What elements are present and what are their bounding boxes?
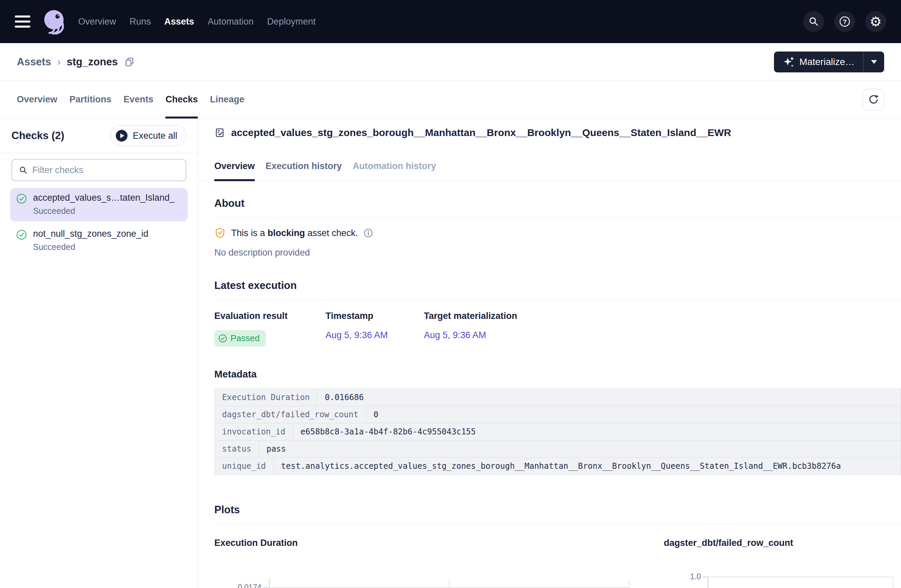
execute-all-button[interactable]: Execute all: [110, 125, 186, 146]
about-divider: [214, 218, 901, 218]
sparkles-icon: [783, 56, 795, 68]
refresh-icon: [868, 94, 879, 105]
gridline: [629, 579, 630, 588]
metadata-value: 0: [366, 406, 386, 423]
y-tick: [703, 577, 708, 577]
refresh-button[interactable]: [863, 89, 884, 110]
nav-item-assets[interactable]: Assets: [164, 17, 195, 27]
check-list-item-accepted-values[interactable]: accepted_values_s…taten_Island_ Succeede…: [10, 188, 188, 221]
check-detail-tabs: Overview Execution history Automation hi…: [198, 161, 901, 181]
target-materialization-link[interactable]: Aug 5, 9:36 AM: [424, 330, 486, 341]
success-check-icon: [16, 193, 27, 216]
plot-title: dagster_dbt/failed_row_count: [664, 538, 901, 548]
asset-header-row: Assets › stg_zones Materialize…: [0, 43, 901, 81]
tab-checks[interactable]: Checks: [165, 81, 198, 118]
check-tab-execution-history[interactable]: Execution history: [265, 161, 342, 181]
shield-check-icon: [214, 227, 226, 239]
metadata-key: Execution Duration: [215, 389, 317, 406]
breadcrumb-separator: ›: [57, 56, 61, 68]
check-detail-panel: accepted_values_stg_zones_borough__Manha…: [198, 118, 901, 588]
svg-text:?: ?: [843, 18, 847, 25]
filter-search-icon: [19, 165, 28, 175]
checks-panel-header: Checks (2) Execute all: [0, 118, 198, 153]
check-tab-overview[interactable]: Overview: [214, 161, 255, 181]
filter-box: [11, 159, 186, 181]
metadata-key: status: [215, 440, 259, 457]
plots-row: Execution Duration 0.0174 dagster_dbt/fa…: [214, 538, 901, 588]
check-list: accepted_values_s…taten_Island_ Succeede…: [0, 181, 198, 257]
metadata-value: test.analytics.accepted_values_stg_zones…: [274, 458, 848, 474]
check-name-title: accepted_values_stg_zones_borough__Manha…: [231, 127, 731, 138]
check-title-row: accepted_values_stg_zones_borough__Manha…: [214, 123, 901, 142]
blocking-info-button[interactable]: [363, 228, 373, 238]
gridline: [893, 577, 893, 588]
latest-execution-heading: Latest execution: [214, 280, 901, 292]
latest-execution-grid: Evaluation result Passed Timestamp: [214, 311, 901, 347]
help-button[interactable]: ?: [834, 11, 855, 32]
nav-right-actions: ? ⚙: [803, 11, 886, 32]
tab-lineage[interactable]: Lineage: [210, 81, 244, 118]
help-icon: ?: [839, 16, 851, 28]
filter-checks-input[interactable]: [32, 165, 179, 176]
table-row: unique_id test.analytics.accepted_values…: [215, 457, 901, 474]
gear-icon: ⚙: [870, 15, 882, 28]
content-split: Checks (2) Execute all: [0, 118, 901, 588]
asset-tabs: Overview Partitions Events Checks Lineag…: [0, 81, 901, 118]
blocking-check-row: This is a blocking asset check.: [214, 227, 901, 239]
success-check-icon: [16, 229, 27, 252]
passed-label: Passed: [231, 333, 260, 344]
nav-item-automation[interactable]: Automation: [207, 17, 254, 27]
dagster-logo-icon[interactable]: [39, 7, 69, 36]
table-row: dagster_dbt/failed_row_count 0: [215, 406, 901, 423]
metadata-value: pass: [259, 440, 293, 457]
timestamp-header: Timestamp: [326, 311, 424, 321]
nav-item-runs[interactable]: Runs: [130, 17, 151, 27]
search-icon: [808, 16, 819, 27]
plots-heading: Plots: [214, 504, 901, 516]
primary-nav: Overview Runs Assets Automation Deployme…: [78, 17, 316, 27]
checks-sidebar: Checks (2) Execute all: [0, 118, 198, 588]
passed-status-badge: Passed: [214, 330, 266, 347]
asset-check-icon: [214, 127, 225, 138]
gridline: [708, 577, 893, 577]
top-nav: Overview Runs Assets Automation Deployme…: [0, 0, 901, 43]
timestamp-link[interactable]: Aug 5, 9:36 AM: [326, 330, 388, 341]
failed-row-count-plot: dagster_dbt/failed_row_count 1.0 0.6: [664, 538, 901, 588]
table-row: Execution Duration 0.016686: [215, 389, 901, 406]
evaluation-result-header: Evaluation result: [214, 311, 326, 321]
check-item-name: accepted_values_s…taten_Island_: [33, 193, 175, 203]
copy-asset-name-button[interactable]: [124, 57, 135, 67]
metadata-value: 0.016686: [317, 389, 371, 406]
materialize-dropdown-button[interactable]: [863, 51, 884, 72]
search-button[interactable]: [803, 11, 824, 32]
nav-item-overview[interactable]: Overview: [78, 17, 116, 27]
tab-events[interactable]: Events: [124, 81, 154, 118]
metadata-key: invocation_id: [215, 423, 293, 440]
materialize-label: Materialize…: [800, 57, 854, 67]
table-row: invocation_id e658b8c8-3a1a-4b4f-82b6-4c…: [215, 423, 901, 440]
breadcrumb-assets-link[interactable]: Assets: [17, 56, 51, 68]
checks-count-title: Checks (2): [11, 130, 64, 142]
target-materialization-header: Target materialization: [424, 311, 517, 321]
hamburger-menu-icon[interactable]: [15, 16, 30, 28]
metadata-key: unique_id: [215, 458, 274, 474]
nav-item-deployment[interactable]: Deployment: [267, 17, 316, 27]
badge-check-icon: [218, 334, 227, 343]
execute-all-label: Execute all: [133, 131, 177, 141]
metadata-value: e658b8c8-3a1a-4b4f-82b6-4c955043c155: [293, 423, 483, 440]
metadata-heading: Metadata: [214, 369, 901, 380]
dagster-app: Overview Runs Assets Automation Deployme…: [0, 0, 901, 588]
metadata-table: Execution Duration 0.016686 dagster_dbt/…: [214, 389, 901, 475]
plot-canvas: 0.0174: [214, 572, 664, 588]
copy-icon: [124, 57, 135, 67]
materialize-button[interactable]: Materialize…: [774, 51, 863, 72]
y-tick-label: 1.0: [670, 572, 701, 581]
chevron-down-icon: [871, 60, 878, 64]
table-row: status pass: [215, 440, 901, 457]
check-item-status: Succeeded: [33, 242, 148, 252]
tab-overview[interactable]: Overview: [17, 81, 57, 118]
tab-partitions[interactable]: Partitions: [69, 81, 112, 118]
check-list-item-not-null[interactable]: not_null_stg_zones_zone_id Succeeded: [10, 224, 188, 257]
settings-button[interactable]: ⚙: [865, 11, 886, 32]
play-circle-icon: [115, 129, 128, 142]
